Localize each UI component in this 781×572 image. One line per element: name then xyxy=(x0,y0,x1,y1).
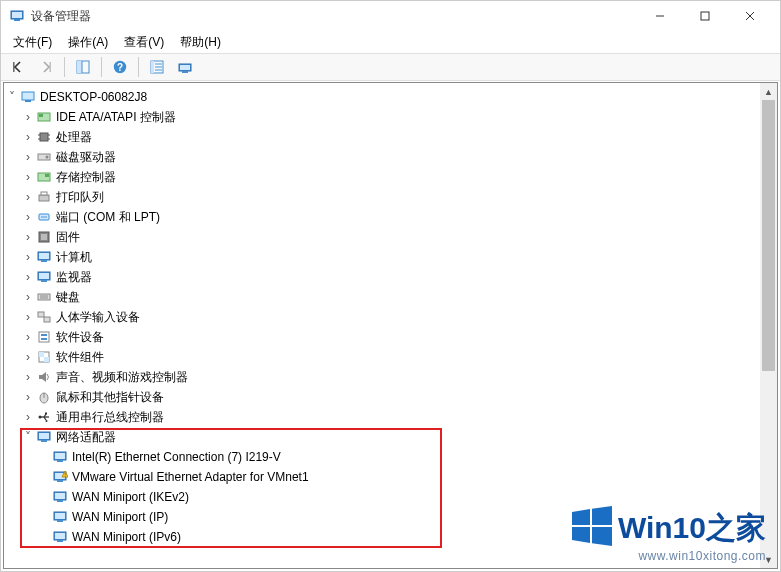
svg-rect-85 xyxy=(55,533,65,539)
svg-rect-58 xyxy=(39,352,44,357)
computer-icon xyxy=(20,89,36,105)
tree-label: 鼠标和其他指针设备 xyxy=(56,389,164,406)
chevron-down-icon[interactable]: ˅ xyxy=(4,89,20,105)
tree-label: 键盘 xyxy=(56,289,80,306)
svg-rect-35 xyxy=(39,195,49,201)
chevron-right-icon[interactable]: › xyxy=(20,149,36,165)
chevron-right-icon[interactable]: › xyxy=(20,249,36,265)
chevron-right-icon[interactable]: › xyxy=(20,389,36,405)
chevron-right-icon[interactable]: › xyxy=(20,229,36,245)
chevron-right-icon[interactable]: › xyxy=(20,329,36,345)
printer-icon xyxy=(36,189,52,205)
chevron-right-icon[interactable]: › xyxy=(20,109,36,125)
tree-item-cpu[interactable]: ·›处理器 xyxy=(4,127,777,147)
tree-item-firmware[interactable]: ·›固件 xyxy=(4,227,777,247)
network-adapter-icon xyxy=(52,489,68,505)
scan-hardware-button[interactable] xyxy=(145,55,169,79)
tree-root[interactable]: ˅ DESKTOP-06082J8 xyxy=(4,87,777,107)
menu-view[interactable]: 查看(V) xyxy=(116,32,172,53)
tree-item-mouse[interactable]: ·›鼠标和其他指针设备 xyxy=(4,387,777,407)
chevron-right-icon[interactable]: › xyxy=(20,269,36,285)
tree-item-network-intel[interactable]: ···Intel(R) Ethernet Connection (7) I219… xyxy=(4,447,777,467)
tree-item-network-vmnet1[interactable]: ···!VMware Virtual Ethernet Adapter for … xyxy=(4,467,777,487)
tree-item-network-ip[interactable]: ···WAN Miniport (IP) xyxy=(4,507,777,527)
device-tree[interactable]: ˅ DESKTOP-06082J8 ·›IDE ATA/ATAPI 控制器 ·›… xyxy=(4,83,777,568)
scrollbar-thumb[interactable] xyxy=(762,100,775,371)
chevron-right-icon[interactable]: › xyxy=(20,349,36,365)
tree-item-storage[interactable]: ·›存储控制器 xyxy=(4,167,777,187)
update-driver-button[interactable] xyxy=(173,55,197,79)
tree-item-network-ikev2[interactable]: ···WAN Miniport (IKEv2) xyxy=(4,487,777,507)
menu-help[interactable]: 帮助(H) xyxy=(172,32,229,53)
chevron-right-icon[interactable]: › xyxy=(20,309,36,325)
svg-rect-47 xyxy=(39,273,49,279)
chevron-right-icon[interactable]: › xyxy=(20,409,36,425)
svg-rect-55 xyxy=(41,334,47,336)
tree-item-computer[interactable]: ·›计算机 xyxy=(4,247,777,267)
svg-rect-53 xyxy=(44,317,50,322)
show-hide-tree-button[interactable] xyxy=(71,55,95,79)
monitor-icon xyxy=(36,249,52,265)
tree-item-ports[interactable]: ·›端口 (COM 和 LPT) xyxy=(4,207,777,227)
vertical-scrollbar[interactable]: ▲ ▼ xyxy=(760,83,777,568)
software-device-icon xyxy=(36,329,52,345)
tree-label: 计算机 xyxy=(56,249,92,266)
tree-item-network-ipv6[interactable]: ···WAN Miniport (IPv6) xyxy=(4,527,777,547)
tree-root-label: DESKTOP-06082J8 xyxy=(40,90,147,104)
tree-item-hid[interactable]: ·›人体学输入设备 xyxy=(4,307,777,327)
close-button[interactable] xyxy=(727,2,772,31)
tree-item-print[interactable]: ·›打印队列 xyxy=(4,187,777,207)
scroll-up-arrow-icon[interactable]: ▲ xyxy=(760,83,777,100)
tree-label: IDE ATA/ATAPI 控制器 xyxy=(56,109,176,126)
chevron-right-icon[interactable]: › xyxy=(20,289,36,305)
menu-file[interactable]: 文件(F) xyxy=(5,32,60,53)
chevron-right-icon[interactable]: › xyxy=(20,129,36,145)
svg-rect-75 xyxy=(57,480,63,482)
svg-rect-16 xyxy=(155,63,163,65)
svg-rect-2 xyxy=(12,12,22,18)
tree-item-ide[interactable]: ·›IDE ATA/ATAPI 控制器 xyxy=(4,107,777,127)
chevron-right-icon[interactable]: › xyxy=(20,209,36,225)
tree-item-audio[interactable]: ·›声音、视频和游戏控制器 xyxy=(4,367,777,387)
svg-rect-21 xyxy=(180,65,190,70)
tree-item-usb[interactable]: ·›通用串行总线控制器 xyxy=(4,407,777,427)
minimize-button[interactable] xyxy=(637,2,682,31)
help-button[interactable]: ? xyxy=(108,55,132,79)
hid-icon xyxy=(36,309,52,325)
svg-rect-17 xyxy=(155,66,163,68)
maximize-button[interactable] xyxy=(682,2,727,31)
back-button[interactable] xyxy=(6,55,30,79)
tree-label: 人体学输入设备 xyxy=(56,309,140,326)
chevron-right-icon[interactable]: › xyxy=(20,169,36,185)
scroll-down-arrow-icon[interactable]: ▼ xyxy=(760,551,777,568)
toolbar: ? xyxy=(1,53,780,81)
tree-item-swcomp[interactable]: ·›软件组件 xyxy=(4,347,777,367)
keyboard-icon xyxy=(36,289,52,305)
tree-label: 固件 xyxy=(56,229,80,246)
svg-marker-60 xyxy=(39,372,46,382)
tree-item-monitor[interactable]: ·›监视器 xyxy=(4,267,777,287)
software-component-icon xyxy=(36,349,52,365)
tree-item-disk[interactable]: ·›磁盘驱动器 xyxy=(4,147,777,167)
svg-rect-59 xyxy=(44,357,49,362)
tree-label: 端口 (COM 和 LPT) xyxy=(56,209,160,226)
network-adapter-icon xyxy=(52,509,68,525)
forward-button[interactable] xyxy=(34,55,58,79)
tree-label: 监视器 xyxy=(56,269,92,286)
firmware-icon xyxy=(36,229,52,245)
svg-point-40 xyxy=(45,216,47,218)
menu-action[interactable]: 操作(A) xyxy=(60,32,116,53)
scrollbar-track[interactable] xyxy=(760,100,777,551)
tree-item-keyboard[interactable]: ·›键盘 xyxy=(4,287,777,307)
tree-label: 存储控制器 xyxy=(56,169,116,186)
toolbar-separator xyxy=(64,57,65,77)
chevron-down-icon[interactable]: ˅ xyxy=(20,429,36,445)
tree-item-network[interactable]: ·˅网络适配器 xyxy=(4,427,777,447)
svg-text:?: ? xyxy=(117,62,123,73)
tree-item-swdev[interactable]: ·›软件设备 xyxy=(4,327,777,347)
chevron-right-icon[interactable]: › xyxy=(20,189,36,205)
network-adapter-icon xyxy=(36,429,52,445)
chevron-right-icon[interactable]: › xyxy=(20,369,36,385)
tree-label: 打印队列 xyxy=(56,189,104,206)
svg-rect-80 xyxy=(57,500,63,502)
